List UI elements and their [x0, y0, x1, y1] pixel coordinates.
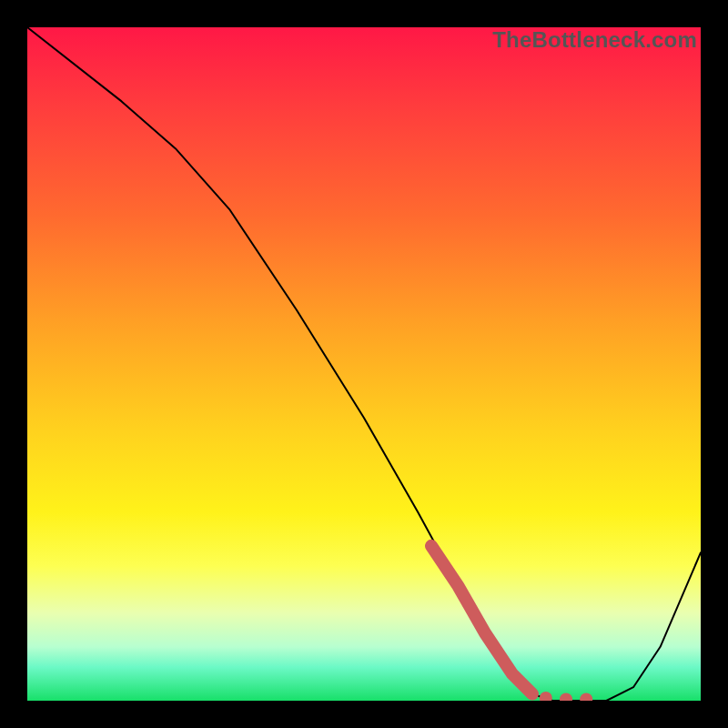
- chart-gradient-background: [27, 27, 701, 701]
- chart-plot-area: [27, 27, 701, 701]
- attribution-text: TheBottleneck.com: [492, 27, 697, 53]
